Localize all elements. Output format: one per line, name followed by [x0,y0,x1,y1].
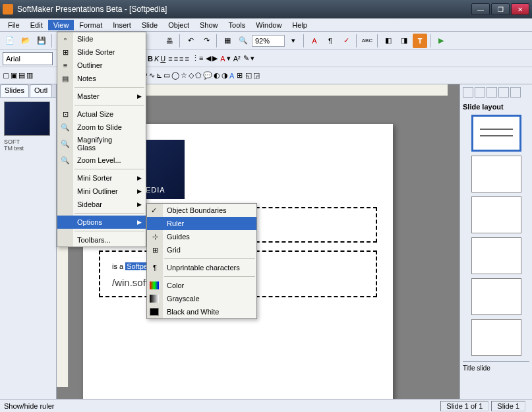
layout-3[interactable] [471,196,521,233]
menuitem-color[interactable]: Color [147,279,256,292]
menuitem-slide-sorter[interactable]: ⊞Slide Sorter [57,45,146,59]
zoom-field[interactable]: 92% [252,35,285,47]
italic-icon[interactable]: K [154,55,159,63]
order1-icon[interactable]: ◱ [245,71,252,80]
tab-slides[interactable]: Slides [0,84,29,97]
menu-window[interactable]: Window [251,20,287,30]
abc-icon[interactable]: ABC [360,34,374,48]
menu-help[interactable]: Help [287,20,312,30]
indent-more-icon[interactable]: ▶ [212,54,218,63]
menuitem-black-white[interactable]: Black and White [147,305,256,318]
menuitem-actual-size[interactable]: ⊡Actual Size [57,107,146,121]
connector-icon[interactable]: ⊾ [156,71,162,80]
minimize-button[interactable]: — [471,3,490,15]
align-justify-icon[interactable]: ≡ [185,55,189,63]
rect-icon[interactable]: ▭ [163,71,170,80]
slide-thumb-1[interactable] [4,102,50,136]
view3-icon[interactable]: ▤ [18,71,25,80]
menuitem-master[interactable]: Master▶ [57,90,146,103]
open-icon[interactable]: 📂 [18,34,33,48]
menuitem-guides[interactable]: ⊹Guides [147,230,256,243]
group-icon[interactable]: ⊞ [237,71,243,80]
menuitem-slide[interactable]: ▫Slide [57,32,146,45]
menuitem-unprintable[interactable]: ¶Unprintable characters [147,261,256,274]
menu-show[interactable]: Show [194,20,223,30]
menu-insert[interactable]: Insert [107,20,136,30]
font-color-icon[interactable]: A [220,55,225,63]
align-right-icon[interactable]: ≡ [179,55,183,63]
shape3-icon[interactable]: ◐ [214,71,220,80]
menuitem-grid[interactable]: ⊞Grid [147,243,256,256]
layout-6[interactable] [471,319,521,356]
table-icon[interactable]: ▦ [220,34,235,48]
menuitem-zoom-to-slide[interactable]: 🔍Zoom to Slide [57,121,146,134]
bullets-icon[interactable]: ⋮≡ [192,54,203,63]
menu-slide[interactable]: Slide [136,20,163,30]
font-a-icon[interactable]: A [307,34,322,48]
underline-icon[interactable]: U [160,55,165,63]
sidebar-btn1-icon[interactable] [463,87,473,98]
new-icon[interactable]: 📄 [3,34,17,48]
indent-less-icon[interactable]: ◀ [206,54,211,63]
zoom-out-icon[interactable]: 🔍 [236,34,251,48]
fill-color-icon[interactable]: ▾ [251,54,254,63]
superscript-icon[interactable]: A² [233,55,241,63]
sidebar-btn5-icon[interactable] [510,87,521,98]
close-button[interactable]: ✕ [511,3,529,15]
view4-icon[interactable]: ▥ [26,71,33,80]
menu-format[interactable]: Format [74,20,107,30]
tool2-icon[interactable]: ◨ [397,34,411,48]
line-color-icon[interactable]: ✎ [243,54,249,63]
font-name-field[interactable]: Arial [3,52,53,65]
star-icon[interactable]: ☆ [181,71,187,80]
menuitem-ruler[interactable]: Ruler [147,217,256,230]
layout-1[interactable] [471,115,521,152]
maximize-button[interactable]: ❐ [491,3,510,15]
menu-file[interactable]: File [3,20,25,30]
layout-5[interactable] [471,278,521,315]
menuitem-options[interactable]: Options▶ [57,216,146,229]
shape1-icon[interactable]: ◇ [189,71,194,80]
zoom-dropdown-icon[interactable]: ▾ [286,34,301,48]
paragraph-icon[interactable]: ¶ [323,34,338,48]
align-left-icon[interactable]: ≡ [168,55,172,63]
menuitem-notes[interactable]: ▤Notes [57,72,146,85]
menu-view[interactable]: View [48,20,74,30]
sidebar-btn3-icon[interactable] [487,87,497,98]
view2-icon[interactable]: ▣ [11,71,17,80]
spellcheck-icon[interactable]: ✓ [339,34,353,48]
menuitem-outliner[interactable]: ≡Outliner [57,59,146,72]
menuitem-mini-outliner[interactable]: Mini Outliner▶ [57,185,146,198]
undo-icon[interactable]: ↶ [183,34,198,48]
layout-4[interactable] [471,237,521,274]
layout-2[interactable] [471,156,521,192]
bold-icon[interactable]: B [148,55,153,63]
template-icon[interactable]: T [413,34,427,48]
print-icon[interactable]: 🖶 [162,34,177,48]
redo-icon[interactable]: ↷ [199,34,214,48]
highlight-icon[interactable]: ▾ [227,54,231,63]
view1-icon[interactable]: ▢ [3,71,9,80]
sidebar-btn2-icon[interactable] [475,87,485,98]
menuitem-object-boundaries[interactable]: ✓Object Boundaries [147,204,256,217]
play-icon[interactable]: ▶ [434,34,448,48]
menuitem-toolbars[interactable]: Toolbars... [57,233,146,247]
menuitem-sidebar[interactable]: Sidebar▶ [57,198,146,211]
shape2-icon[interactable]: ⬠ [195,71,202,80]
sidebar-btn4-icon[interactable] [498,87,509,98]
menu-object[interactable]: Object [163,20,194,30]
menu-edit[interactable]: Edit [25,20,48,30]
menuitem-zoom-level[interactable]: 🔍Zoom Level... [57,154,146,167]
tab-outline[interactable]: Outl [30,84,52,97]
ellipse-icon[interactable]: ◯ [171,71,179,80]
text-icon[interactable]: A [229,72,234,80]
menuitem-grayscale[interactable]: Grayscale [147,292,256,305]
menu-tools[interactable]: Tools [223,20,251,30]
tool1-icon[interactable]: ◧ [381,34,396,48]
order2-icon[interactable]: ◲ [253,71,260,80]
save-icon[interactable]: 💾 [34,34,49,48]
shape4-icon[interactable]: ◑ [222,71,228,80]
menuitem-magnifying-glass[interactable]: 🔍Magnifying Glass [57,134,146,154]
callout-icon[interactable]: 💬 [203,71,212,80]
align-center-icon[interactable]: ≡ [174,55,178,63]
